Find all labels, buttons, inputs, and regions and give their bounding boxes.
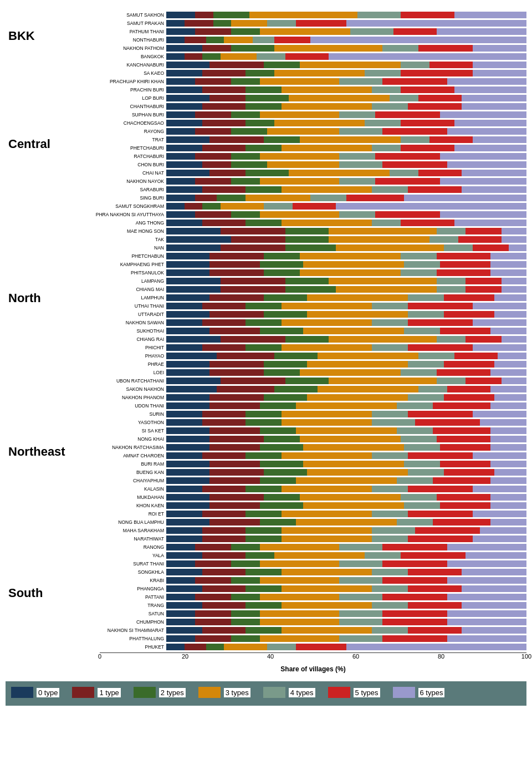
bar-track (166, 269, 526, 276)
bar-segment-type5 (408, 103, 462, 110)
bar-segment-type1 (202, 527, 245, 534)
bar-segment-type5 (408, 536, 473, 542)
legend-label: 2 types (159, 688, 186, 697)
bar-track (166, 378, 526, 384)
bar-track (166, 20, 526, 27)
bar-segment-type1 (209, 361, 264, 368)
province-label: PHICHIT (72, 345, 166, 350)
province-row: MAE HONG SON (72, 227, 526, 235)
province-row: MUKDAHAN (72, 493, 526, 501)
bar-segment-type2 (245, 170, 289, 176)
legend-item-0-type: 0 type (11, 687, 59, 698)
bar-track (166, 12, 526, 18)
province-row: YASOTHON (72, 419, 526, 426)
bar-segment-type3 (274, 552, 365, 559)
bar-segment-type6 (473, 45, 527, 52)
bar-segment-type4 (372, 569, 408, 575)
province-label: SONGKHLA (72, 569, 166, 575)
province-row: SUKHOTHAI (72, 327, 526, 335)
bar-segment-type5 (401, 145, 455, 151)
bar-track (166, 70, 526, 77)
province-row: BURI RAM (72, 460, 526, 468)
bar-segment-type4 (339, 544, 382, 550)
bar-segment-type0 (166, 602, 202, 609)
bar-segment-type1 (221, 336, 285, 343)
bar-segment-type6 (329, 53, 527, 60)
bar-segment-type3 (260, 635, 339, 642)
bar-segment-type6 (490, 461, 526, 467)
bar-segment-type2 (264, 269, 300, 276)
province-label: KALASIN (72, 486, 166, 492)
bar-segment-type5 (401, 120, 455, 126)
province-label: BUENG KAN (72, 470, 166, 475)
bar-segment-type0 (166, 253, 209, 259)
bar-segment-type6 (473, 344, 527, 351)
bar-segment-type5 (418, 45, 473, 52)
bar-track (166, 170, 526, 176)
bar-track (166, 635, 526, 642)
province-label: BURI RAM (72, 461, 166, 467)
bar-track (166, 111, 526, 118)
bar-track (166, 153, 526, 160)
province-label: RANONG (72, 544, 166, 550)
bar-segment-type5 (346, 195, 404, 201)
bar-segment-type2 (285, 286, 336, 293)
axis-tick-20: 20 (182, 653, 188, 660)
bar-segment-type1 (209, 436, 264, 442)
province-label: ANG THONG (72, 220, 166, 226)
bar-track (166, 136, 526, 143)
bar-segment-type3 (221, 53, 257, 60)
bar-segment-type5 (408, 303, 473, 309)
bar-segment-type6 (440, 178, 526, 185)
bar-segment-type2 (245, 186, 282, 193)
axis-tick-100: 100 (521, 653, 531, 660)
bar-segment-type0 (166, 635, 195, 642)
bar-segment-type0 (166, 136, 209, 143)
bar-segment-type1 (209, 170, 245, 176)
province-row: NARATHIWAT (72, 535, 526, 543)
bar-segment-type4 (437, 278, 466, 284)
legend-swatch (328, 687, 350, 698)
bar-segment-type2 (285, 244, 336, 251)
bar-segment-type1 (221, 228, 285, 234)
bar-segment-type5 (408, 344, 473, 351)
province-label: NAKHON SI THAMMARAT (72, 628, 166, 633)
bar-segment-type3 (260, 577, 339, 584)
bar-track (166, 28, 526, 35)
bar-segment-type1 (202, 186, 245, 193)
bar-segment-type5 (393, 28, 437, 35)
bar-segment-type4 (372, 220, 401, 226)
bar-segment-type0 (166, 419, 202, 426)
bar-segment-type5 (382, 594, 447, 600)
province-row: NAKHON RATCHASIMA (72, 443, 526, 451)
bar-segment-type6 (509, 244, 527, 251)
province-label: NAKHON SAWAN (72, 320, 166, 325)
bar-segment-type1 (202, 585, 245, 592)
bar-segment-type4 (401, 62, 429, 68)
legend-swatch (393, 687, 415, 698)
province-row: SI SA KET (72, 427, 526, 435)
province-row: KAMPHAENG PHET (72, 261, 526, 268)
bar-segment-type0 (166, 527, 202, 534)
bar-segment-type2 (231, 178, 260, 185)
bar-segment-type6 (473, 70, 527, 77)
province-label: UTHAI THANI (72, 303, 166, 309)
province-label: KRABI (72, 578, 166, 583)
bar-segment-type1 (195, 178, 231, 185)
bar-segment-type2 (231, 128, 267, 135)
bar-segment-type5 (466, 278, 502, 284)
bar-segment-type1 (209, 469, 264, 476)
province-label: LOEI (72, 370, 166, 375)
bar-track (166, 560, 526, 567)
bar-segment-type1 (202, 552, 245, 559)
bar-segment-type1 (209, 311, 264, 318)
bar-segment-type0 (166, 195, 195, 201)
bar-segment-type3 (300, 369, 401, 376)
bar-track (166, 195, 526, 201)
bar-segment-type0 (166, 12, 195, 18)
bar-segment-type2 (264, 311, 307, 318)
bar-segment-type0 (166, 402, 209, 409)
province-label: SARABURI (72, 187, 166, 192)
bar-track (166, 644, 526, 650)
bar-segment-type5 (473, 244, 509, 251)
